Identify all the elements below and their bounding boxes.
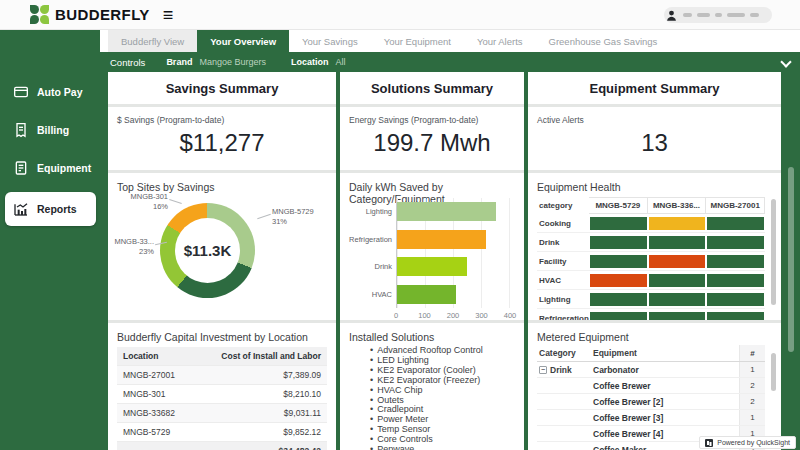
- equipment-health-title: Equipment Health: [528, 173, 781, 193]
- billing-receipt-icon: [13, 122, 29, 138]
- brand-name: BUDDERFLY: [55, 6, 150, 23]
- budderfly-logo[interactable]: BUDDERFLY ≡: [30, 5, 173, 25]
- powered-by-text: Powered by QuickSight: [717, 439, 790, 446]
- bar-lighting[interactable]: [397, 202, 496, 221]
- tab-budderfly-view[interactable]: Budderfly View: [108, 30, 197, 52]
- clover-logo-icon: [30, 5, 50, 25]
- equipment-health-table: category MNGB-5729 MNGB-336... MNGB-2700…: [537, 197, 765, 320]
- investment-table-header: Location Cost of Install and Labor: [117, 347, 327, 366]
- main-content: Savings Summary $ Savings (Program-to-da…: [100, 72, 800, 450]
- health-cell: [590, 217, 647, 230]
- health-cell: [590, 312, 647, 321]
- sidebar-item-billing[interactable]: Billing: [0, 116, 100, 144]
- top-sites-panel: Top Sites by Savings $11.3K MNGB-30116% …: [108, 173, 336, 320]
- health-cell: [590, 274, 647, 287]
- energy-kpi-value: 199.7 Mwh: [340, 129, 524, 157]
- user-name-redacted: [683, 13, 692, 17]
- bar-hvac[interactable]: [397, 285, 456, 304]
- table-row[interactable]: −Drink Carbonator 1: [537, 362, 765, 378]
- health-cell: [649, 293, 706, 306]
- top-bar: BUDDERFLY ≡: [0, 0, 800, 30]
- solutions-column: Solutions Summary Energy Savings (Progra…: [340, 72, 524, 450]
- equipment-icon: [13, 160, 29, 176]
- health-cell: [590, 255, 647, 268]
- quicksight-icon: [705, 439, 713, 447]
- health-row-cooking[interactable]: Cooking: [537, 214, 765, 233]
- health-cell: [649, 255, 706, 268]
- user-menu[interactable]: [664, 7, 772, 23]
- table-row[interactable]: Coffee Brewer [3] 1: [537, 410, 765, 426]
- user-icon: [665, 9, 678, 22]
- brand-filter-label: Brand: [166, 57, 192, 67]
- credit-card-icon: [13, 84, 29, 100]
- health-cell: [707, 217, 764, 230]
- health-cell: [707, 236, 764, 249]
- collapse-icon[interactable]: −: [539, 366, 547, 374]
- sidebar-item-reports[interactable]: Reports: [5, 192, 96, 226]
- energy-kpi-label: Energy Savings (Program-to-date): [340, 107, 524, 125]
- table-row[interactable]: MNGB-301 $8,210.10: [117, 385, 327, 404]
- tab-your-alerts[interactable]: Your Alerts: [464, 30, 536, 52]
- donut-label-mngb-33: MNGB-33...23%: [108, 237, 154, 257]
- tab-your-savings[interactable]: Your Savings: [289, 30, 371, 52]
- page-scrollbar[interactable]: [788, 167, 794, 352]
- location-filter-label: Location: [291, 57, 329, 67]
- health-table-header: category MNGB-5729 MNGB-336... MNGB-2700…: [537, 197, 765, 214]
- tab-your-overview[interactable]: Your Overview: [197, 30, 289, 52]
- table-row[interactable]: Coffee Brewer 2: [537, 378, 765, 394]
- health-scrollbar[interactable]: [771, 199, 776, 305]
- reports-chart-icon: [13, 201, 29, 217]
- sidebar-item-auto-pay[interactable]: Auto Pay: [0, 78, 100, 106]
- health-cell: [649, 312, 706, 321]
- health-row-drink[interactable]: Drink: [537, 233, 765, 252]
- table-row[interactable]: Coffee Brewer [2] 2: [537, 394, 765, 410]
- health-cell: [707, 293, 764, 306]
- hamburger-menu-icon[interactable]: ≡: [163, 6, 174, 24]
- health-row-refrigeration[interactable]: Refrigeration: [537, 309, 765, 320]
- table-row[interactable]: MNGB-27001 $7,389.09: [117, 366, 327, 385]
- tab-greenhouse-gas-savings[interactable]: Greenhouse Gas Savings: [536, 30, 671, 52]
- bar-refrigeration[interactable]: [397, 230, 486, 249]
- health-cell: [707, 274, 764, 287]
- daily-kwh-bar-chart[interactable]: [396, 198, 510, 308]
- equipment-health-panel: Equipment Health category MNGB-5729 MNGB…: [528, 173, 781, 320]
- table-row[interactable]: MNGB-33682 $9,031.11: [117, 404, 327, 423]
- equipment-column: Equipment Summary Active Alerts 13 Equip…: [528, 72, 781, 450]
- donut-center-label: $11.3K: [175, 218, 240, 283]
- investment-table-title: Budderfly Capital Investment by Location: [108, 323, 336, 343]
- location-filter-value[interactable]: All: [335, 57, 345, 67]
- top-sites-donut-chart[interactable]: $11.3K: [160, 203, 255, 298]
- health-row-facility[interactable]: Facility: [537, 252, 765, 271]
- metered-table-header: Category Equipment #: [537, 345, 765, 362]
- brand-filter-value[interactable]: Mangoe Burgers: [199, 57, 266, 67]
- installed-solutions-title: Installed Solutions: [340, 323, 524, 343]
- health-row-hvac[interactable]: HVAC: [537, 271, 765, 290]
- metered-equipment-title: Metered Equipment: [528, 323, 781, 343]
- savings-kpi-label: $ Savings (Program-to-date): [108, 107, 336, 125]
- savings-column: Savings Summary $ Savings (Program-to-da…: [108, 72, 336, 450]
- health-cell: [649, 217, 706, 230]
- capital-investment-panel: Budderfly Capital Investment by Location…: [108, 323, 336, 450]
- donut-label-mngb-301: MNGB-30116%: [112, 192, 168, 212]
- x-axis-ticks: 0 100 200 300 400: [396, 311, 510, 320]
- bar-drink[interactable]: [397, 257, 467, 276]
- table-row[interactable]: MNGB-5729 $9,852.12: [117, 423, 327, 442]
- health-cell: [649, 236, 706, 249]
- metered-scrollbar[interactable]: [771, 353, 776, 391]
- alerts-kpi-panel: Active Alerts 13: [528, 107, 781, 170]
- tab-your-equipment[interactable]: Your Equipment: [371, 30, 464, 52]
- installed-solutions-panel: Installed Solutions Advanced Rooftop Con…: [340, 323, 524, 450]
- controls-title: Controls: [110, 57, 145, 68]
- health-cell: [590, 236, 647, 249]
- health-cell: [707, 312, 764, 321]
- chevron-down-icon[interactable]: [782, 58, 790, 66]
- alerts-kpi-value: 13: [528, 129, 781, 157]
- health-cell: [707, 255, 764, 268]
- donut-label-mngb-5729: MNGB-572931%: [272, 207, 332, 227]
- controls-bar: Controls Brand Mangoe Burgers Location A…: [100, 52, 800, 72]
- sidebar-item-equipment[interactable]: Equipment: [0, 154, 100, 182]
- sidebar: Auto Pay Billing Equipment Reports: [0, 30, 100, 450]
- equipment-summary-title: Equipment Summary: [528, 72, 781, 104]
- health-row-lighting[interactable]: Lighting: [537, 290, 765, 309]
- metered-equipment-panel: Metered Equipment Category Equipment # −…: [528, 323, 781, 450]
